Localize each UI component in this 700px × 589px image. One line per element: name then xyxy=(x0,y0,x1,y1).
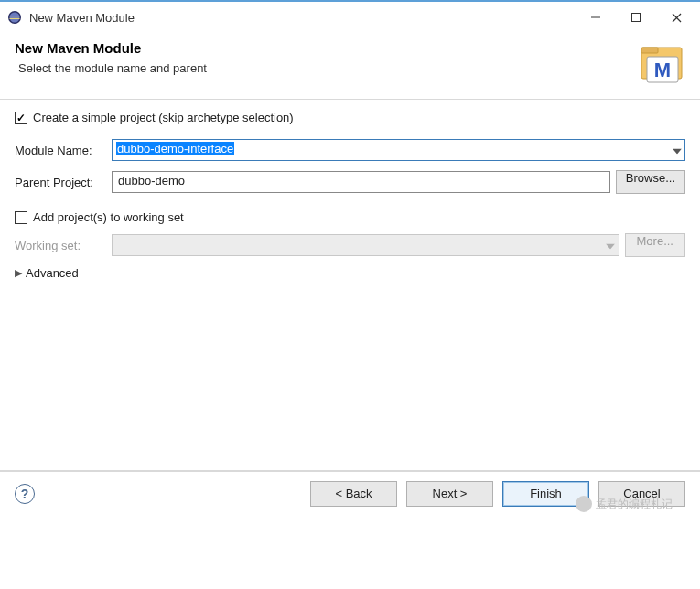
parent-project-value: dubbo-demo xyxy=(118,174,185,187)
advanced-expander[interactable]: ▶ Advanced xyxy=(15,266,685,280)
dialog-window: New Maven Module New Maven Module Select… xyxy=(0,0,700,519)
watermark: 孟君的编程札记 xyxy=(576,496,673,512)
chevron-down-icon xyxy=(606,239,615,252)
svg-marker-13 xyxy=(606,244,615,250)
maximize-button[interactable] xyxy=(616,4,656,31)
window-title: New Maven Module xyxy=(29,11,576,25)
module-name-label: Module Name: xyxy=(15,144,106,157)
svg-rect-2 xyxy=(10,16,20,16)
close-button[interactable] xyxy=(656,4,696,31)
module-name-value: dubbo-demo-interface xyxy=(116,142,234,155)
page-subtitle: Select the module name and parent xyxy=(15,61,638,75)
page-title: New Maven Module xyxy=(15,40,638,56)
svg-text:M: M xyxy=(654,59,671,81)
parent-project-label: Parent Project: xyxy=(15,176,106,189)
avatar-icon xyxy=(576,496,592,512)
parent-project-input[interactable]: dubbo-demo xyxy=(112,171,610,193)
title-bar: New Maven Module xyxy=(0,2,700,33)
wizard-header: New Maven Module Select the module name … xyxy=(0,33,700,99)
add-to-working-set-label: Add project(s) to working set xyxy=(33,210,184,224)
svg-rect-5 xyxy=(632,14,641,22)
advanced-label: Advanced xyxy=(26,266,79,280)
watermark-text: 孟君的编程札记 xyxy=(596,497,673,512)
maven-icon: M xyxy=(638,40,685,88)
help-icon[interactable]: ? xyxy=(15,484,35,504)
back-button[interactable]: < Back xyxy=(310,481,397,507)
simple-project-label: Create a simple project (skip archetype … xyxy=(33,111,294,124)
add-to-working-set-checkbox[interactable] xyxy=(15,211,27,224)
module-name-input[interactable]: dubbo-demo-interface xyxy=(112,139,685,161)
working-set-label: Working set: xyxy=(15,239,106,252)
simple-project-checkbox[interactable] xyxy=(15,112,27,124)
minimize-button[interactable] xyxy=(576,4,616,31)
svg-point-1 xyxy=(10,13,20,23)
triangle-right-icon: ▶ xyxy=(15,267,22,279)
more-button: More... xyxy=(625,233,685,257)
working-set-combo xyxy=(112,234,619,256)
next-button[interactable]: Next > xyxy=(406,481,493,507)
eclipse-icon xyxy=(7,10,22,25)
browse-button[interactable]: Browse... xyxy=(616,170,685,194)
wizard-content: Create a simple project (skip archetype … xyxy=(0,100,700,470)
svg-rect-3 xyxy=(10,18,20,19)
svg-rect-9 xyxy=(641,48,658,53)
